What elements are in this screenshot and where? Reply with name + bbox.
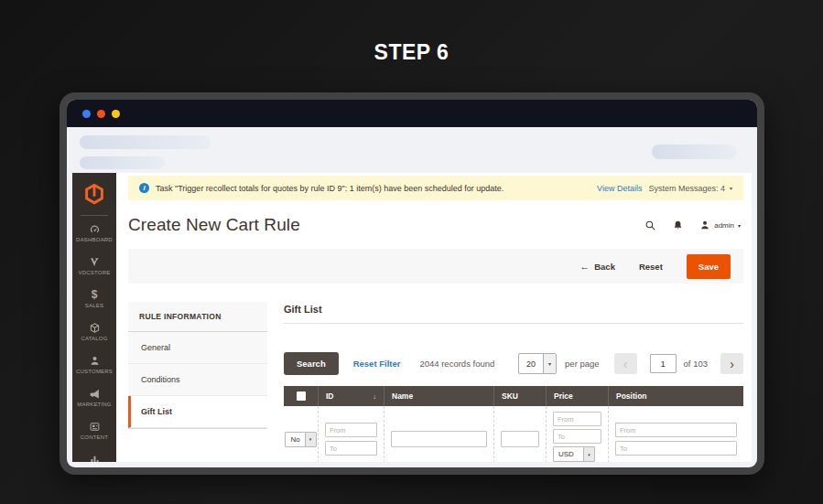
sidebar-item-marketing[interactable]: MARKETING	[72, 381, 116, 413]
page-header: Create New Cart Rule	[128, 212, 743, 238]
currency-select[interactable]: USD ▾	[553, 446, 595, 462]
choose-select-value: No	[286, 433, 304, 446]
magento-admin-app: DASHBOARD VDCSTORE $ SALES	[72, 173, 752, 462]
next-page-button[interactable]: ›	[720, 353, 743, 374]
sidebar-item-catalog[interactable]: CATALOG	[72, 315, 116, 348]
sidebar-item-label: SALES	[85, 303, 103, 308]
chevron-down-icon: ▾	[730, 185, 732, 191]
system-message-banner: i Task "Trigger recollect totals for quo…	[128, 176, 743, 200]
bookmark-bar-skeleton	[80, 156, 165, 169]
select-all-checkbox[interactable]	[297, 391, 306, 401]
id-from-input[interactable]	[325, 423, 377, 437]
window-control-red[interactable]	[97, 110, 105, 118]
sidebar-item-reports[interactable]: REPORTS	[72, 446, 116, 462]
filter-position-cell	[608, 406, 743, 462]
sidebar-item-label: CONTENT	[81, 434, 108, 440]
grid-filter-row: No ▾	[284, 406, 743, 462]
chevron-down-icon: ▾	[305, 433, 316, 446]
chevron-down-icon: ▾	[583, 447, 594, 461]
name-filter-input[interactable]	[391, 431, 487, 447]
rule-information-panel: RULE INFORMATION General Conditions Gift…	[128, 302, 267, 429]
page-total-label: of 103	[684, 359, 708, 369]
currency-select-value: USD	[554, 447, 583, 461]
form-body: RULE INFORMATION General Conditions Gift…	[128, 302, 743, 462]
window-titlebar	[67, 100, 757, 127]
url-bar-skeleton	[80, 135, 211, 149]
view-details-link[interactable]: View Details	[597, 184, 642, 193]
marketing-icon	[89, 388, 101, 400]
dashboard-icon	[89, 223, 101, 235]
account-menu[interactable]: admin ▾	[699, 220, 741, 231]
sort-asc-icon: ↓	[374, 393, 377, 400]
filter-sku-cell	[493, 406, 546, 462]
magento-logo[interactable]	[72, 173, 116, 215]
column-header-position[interactable]: Position	[608, 386, 743, 406]
records-count: 2044 records found	[419, 359, 494, 369]
account-username: admin	[714, 221, 734, 230]
sidebar-item-label: VDCSTORE	[79, 270, 111, 275]
per-page-label: per page	[565, 359, 600, 369]
column-header-sku[interactable]: SKU	[493, 386, 546, 406]
position-to-input[interactable]	[615, 441, 737, 456]
gift-list-section: Gift List Search Reset Filter 2044 recor…	[284, 302, 743, 462]
gift-list-grid: ID ↓ Name SKU Price Position	[284, 386, 743, 462]
sidebar-item-customers[interactable]: CUSTOMERS	[72, 348, 116, 381]
sidebar-item-vdcstore[interactable]: VDCSTORE	[72, 249, 116, 282]
grid-search-button[interactable]: Search	[284, 352, 339, 375]
sidebar-item-label: MARKETING	[77, 402, 111, 407]
reset-button[interactable]: Reset	[639, 262, 663, 272]
column-header-price[interactable]: Price	[546, 386, 608, 406]
tab-gift-list[interactable]: Gift List	[128, 396, 267, 428]
chevron-down-icon: ▾	[738, 222, 741, 229]
window-control-blue[interactable]	[82, 110, 91, 118]
per-page-value: 20	[519, 354, 543, 373]
column-header-id[interactable]: ID ↓	[318, 386, 384, 406]
chevron-down-icon: ▾	[543, 354, 556, 373]
price-to-input[interactable]	[553, 429, 601, 444]
column-header-name[interactable]: Name	[384, 386, 493, 406]
per-page-select[interactable]: 20 ▾	[518, 353, 557, 374]
content-icon	[89, 421, 101, 433]
window-control-yellow[interactable]	[112, 110, 120, 118]
back-button[interactable]: ← Back	[579, 261, 615, 272]
sidebar-item-content[interactable]: CONTENT	[72, 413, 116, 446]
tab-general[interactable]: General	[128, 332, 267, 364]
user-icon	[699, 220, 710, 231]
reset-filter-link[interactable]: Reset Filter	[353, 359, 401, 369]
notifications-bell-icon[interactable]	[672, 220, 684, 231]
sidebar-item-dashboard[interactable]: DASHBOARD	[72, 216, 116, 249]
grid-toolbar: Search Reset Filter 2044 records found 2…	[284, 352, 743, 375]
rule-panel-title: RULE INFORMATION	[128, 302, 267, 332]
back-arrow-icon: ←	[579, 261, 590, 272]
select-all-header	[284, 386, 318, 406]
id-to-input[interactable]	[325, 441, 377, 456]
step-title: STEP 6	[0, 40, 823, 65]
sidebar-item-label: CATALOG	[81, 336, 107, 341]
info-icon: i	[139, 183, 149, 193]
page-number-input[interactable]	[650, 354, 677, 373]
search-icon[interactable]	[644, 220, 656, 231]
gift-list-title: Gift List	[284, 302, 743, 324]
admin-sidebar: DASHBOARD VDCSTORE $ SALES	[72, 173, 116, 462]
filter-price-cell: USD ▾	[546, 406, 608, 462]
position-from-input[interactable]	[615, 423, 737, 437]
reports-icon	[89, 454, 101, 463]
sidebar-item-sales[interactable]: $ SALES	[72, 282, 116, 315]
system-messages-toggle[interactable]: System Messages: 4 ▾	[648, 184, 732, 193]
page-actions-bar: ← Back Reset Save	[128, 249, 743, 284]
save-button[interactable]: Save	[687, 254, 731, 279]
sidebar-item-label: DASHBOARD	[76, 237, 113, 242]
filter-choose-cell: No ▾	[284, 406, 318, 462]
vdcstore-icon	[89, 256, 101, 268]
grid-header-row: ID ↓ Name SKU Price Position	[284, 386, 743, 406]
window-inner: DASHBOARD VDCSTORE $ SALES	[67, 100, 757, 467]
sku-filter-input[interactable]	[501, 431, 539, 447]
notice-text: Task "Trigger recollect totals for quote…	[156, 184, 504, 193]
previous-page-button[interactable]: ‹	[614, 353, 637, 374]
tab-conditions[interactable]: Conditions	[128, 364, 267, 396]
filter-name-cell	[384, 406, 493, 462]
main-content: i Task "Trigger recollect totals for quo…	[116, 173, 752, 462]
choose-select[interactable]: No ▾	[285, 432, 316, 447]
browser-window: DASHBOARD VDCSTORE $ SALES	[60, 92, 764, 475]
price-from-input[interactable]	[553, 412, 601, 426]
